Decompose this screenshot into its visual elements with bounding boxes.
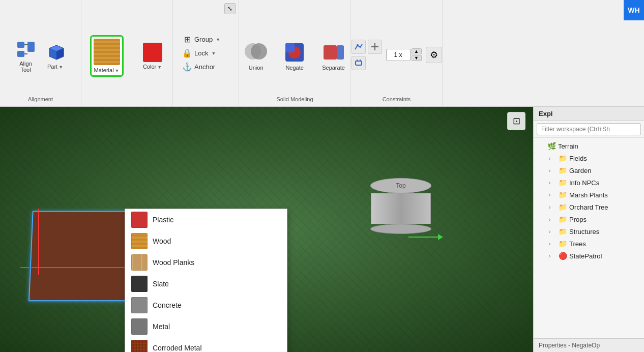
constraint-icon-2[interactable] <box>368 40 382 54</box>
material-swatch-slate <box>131 276 148 292</box>
tree-item-structures[interactable]: › 📁 Structures <box>534 225 644 238</box>
color-button[interactable]: Color▼ <box>139 40 166 72</box>
material-swatch-wood <box>131 233 148 249</box>
garden-icon: 📁 <box>558 166 567 175</box>
explorer-filter-input[interactable] <box>537 123 641 135</box>
material-item-slate[interactable]: Slate <box>125 273 287 295</box>
info-npcs-label: Info NPCs <box>569 179 599 187</box>
constraint-icon-1[interactable] <box>352 40 366 54</box>
viewport-icon-button[interactable]: ⊡ <box>507 112 525 130</box>
structures-icon: 📁 <box>558 227 567 236</box>
tree-arrow-props: › <box>549 217 556 222</box>
svg-rect-14 <box>337 45 344 60</box>
svg-rect-1 <box>17 51 24 57</box>
negate-label: Negate <box>285 65 303 71</box>
group-label: Group <box>194 36 213 43</box>
main-content: Top ⊡ Plastic Wood Wood Planks Slate <box>0 107 644 352</box>
separate-icon <box>323 41 345 64</box>
material-label-wood-planks: Wood Planks <box>153 258 194 267</box>
terrain-icon: 🌿 <box>547 141 556 151</box>
trees-label: Trees <box>569 240 586 248</box>
material-item-plastic[interactable]: Plastic <box>125 209 287 230</box>
garden-label: Garden <box>569 167 591 174</box>
explorer-footer: Properties - NegateOp <box>534 338 644 352</box>
gear-button[interactable]: ⚙ <box>426 47 442 63</box>
align-tool-button[interactable]: Align Tool <box>13 37 39 75</box>
tree-arrow-marsh-plants: › <box>549 192 556 198</box>
solid-modeling-label: Solid Modeling <box>276 96 313 102</box>
material-dropdown: Plastic Wood Wood Planks Slate Concrete … <box>125 209 287 352</box>
tree-item-trees[interactable]: › 📁 Trees <box>534 238 644 250</box>
stepper-down-button[interactable]: ▼ <box>412 55 422 61</box>
tree-arrow-trees: › <box>549 241 556 247</box>
material-label: Material▼ <box>94 67 119 73</box>
lock-icon: 🔒 <box>182 48 192 58</box>
statepatrol-label: StatePatrol <box>569 252 602 260</box>
tree-item-fields[interactable]: › 📁 Fields <box>534 152 644 164</box>
material-button[interactable]: Material▼ <box>90 35 124 77</box>
stepper-up-button[interactable]: ▲ <box>412 48 422 54</box>
alignment-label: Alignment <box>28 96 53 102</box>
union-button[interactable]: Union <box>242 39 270 73</box>
anchor-label: Anchor <box>194 63 215 71</box>
terrain-label: Terrain <box>558 142 578 150</box>
tree-arrow-structures: › <box>549 229 556 234</box>
material-item-metal[interactable]: Metal <box>125 316 287 337</box>
props-icon: 📁 <box>558 215 567 224</box>
tree-item-props[interactable]: › 📁 Props <box>534 213 644 225</box>
toolbar: WH Align <box>0 0 644 107</box>
constraint-icon-3[interactable] <box>352 56 366 70</box>
group-button[interactable]: ⊞ Group ▼ <box>179 34 223 45</box>
tree-item-garden[interactable]: › 📁 Garden <box>534 164 644 177</box>
explorer-filter <box>534 121 644 138</box>
svg-rect-2 <box>27 42 35 52</box>
tree-item-statepatrol[interactable]: › 🔴 StatePatrol <box>534 250 644 262</box>
info-npcs-icon: 📁 <box>558 178 567 187</box>
section-expand-button[interactable]: ⤡ <box>224 3 236 14</box>
material-label-slate: Slate <box>153 280 169 288</box>
cylinder-bottom <box>370 224 431 234</box>
anchor-button[interactable]: ⚓ Anchor <box>179 61 218 73</box>
lock-button[interactable]: 🔒 Lock ▼ <box>179 47 219 59</box>
tree-arrow-garden: › <box>549 168 556 173</box>
svg-point-9 <box>251 43 267 60</box>
cylinder-top: Top <box>370 178 431 193</box>
group-dropdown-arrow: ▼ <box>216 37 220 42</box>
material-item-corroded-metal[interactable]: Corroded Metal <box>125 337 287 352</box>
tree-item-orchard-trees[interactable]: › 📁 Orchard Tree <box>534 201 644 213</box>
material-item-concrete[interactable]: Concrete <box>125 295 287 316</box>
material-item-wood-planks[interactable]: Wood Planks <box>125 252 287 273</box>
separate-button[interactable]: Separate <box>319 39 348 73</box>
material-swatch-wood-planks <box>131 254 148 271</box>
tree-item-info-npcs[interactable]: › 📁 Info NPCs <box>534 177 644 189</box>
cylinder-body <box>371 193 431 224</box>
material-swatch-plastic <box>131 212 148 228</box>
material-swatch-concrete <box>131 297 148 313</box>
part-button[interactable]: Part▼ <box>42 40 69 72</box>
tree-item-terrain[interactable]: 🌿 Terrain <box>534 140 644 152</box>
alignment-section: Align Tool Part▼ <box>0 0 81 106</box>
group-section: ⊞ Group ▼ 🔒 Lock ▼ ⚓ Anchor ⤡ <box>173 0 239 106</box>
stepper-input[interactable] <box>386 49 411 61</box>
align-tool-label: Align Tool <box>19 61 32 73</box>
cylinder-object: Top <box>370 178 431 224</box>
union-label: Union <box>249 65 264 71</box>
material-item-wood[interactable]: Wood <box>125 230 287 252</box>
svg-rect-18 <box>356 61 362 65</box>
tree-arrow-fields: › <box>549 156 556 161</box>
explorer-header: Expl <box>534 107 644 121</box>
top-right-button[interactable]: WH <box>624 0 644 20</box>
material-label-metal: Metal <box>153 322 170 331</box>
lock-label: Lock <box>194 49 208 57</box>
structures-label: Structures <box>569 228 599 236</box>
marsh-plants-icon: 📁 <box>558 190 567 199</box>
selection-line-h <box>20 267 132 268</box>
marsh-plants-label: Marsh Plants <box>569 191 608 199</box>
tree-item-marsh-plants[interactable]: › 📁 Marsh Plants <box>534 189 644 201</box>
negate-button[interactable]: Negate <box>280 39 309 73</box>
trees-icon: 📁 <box>558 239 567 248</box>
svg-rect-13 <box>324 45 337 60</box>
svg-rect-0 <box>17 42 24 48</box>
constraints-section: ▲ ▼ ⚙ Constraints <box>351 0 443 106</box>
fields-label: Fields <box>569 155 587 162</box>
